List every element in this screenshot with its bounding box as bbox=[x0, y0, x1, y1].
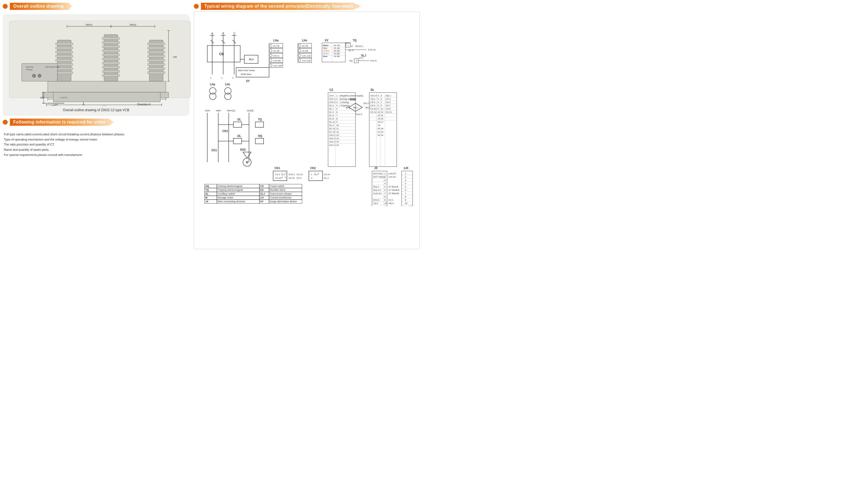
svg-text:15: 15 bbox=[336, 141, 339, 143]
svg-text:CK2-2: CK2-2 bbox=[273, 55, 280, 57]
svg-text:8: 8 bbox=[336, 118, 338, 120]
svg-text:3: 3 bbox=[318, 173, 319, 175]
svg-text:7: 7 bbox=[336, 114, 338, 117]
svg-text:13: 13 bbox=[336, 134, 339, 137]
svg-text:XY White※: XY White※ bbox=[389, 189, 399, 191]
svg-text:1JX-12※: 1JX-12※ bbox=[302, 59, 311, 62]
svg-text:CZ-16: CZ-16 bbox=[289, 177, 295, 179]
svg-rect-25 bbox=[55, 64, 73, 66]
svg-text:6: 6 bbox=[377, 101, 379, 104]
svg-text:White Blue: White Blue bbox=[241, 73, 251, 75]
svg-text:②JX-6: ②JX-6 bbox=[370, 59, 377, 62]
svg-text:⏚: ⏚ bbox=[210, 76, 212, 79]
svg-text:Opening: Opening bbox=[26, 66, 33, 68]
svg-text:CK2-3: CK2-3 bbox=[329, 137, 336, 140]
svg-text:3: 3 bbox=[405, 179, 406, 181]
svg-text:CZ-10: CZ-10 bbox=[370, 108, 377, 110]
svg-text:10: 10 bbox=[405, 202, 408, 204]
section2-bullet bbox=[3, 120, 8, 125]
svg-text:CZ-1: CZ-1 bbox=[389, 199, 393, 201]
svg-text:3: 3 bbox=[282, 176, 283, 179]
svg-text:1: 1 bbox=[405, 173, 406, 175]
svg-text:DL-11: DL-11 bbox=[329, 121, 335, 123]
svg-text:JX-5: JX-5 bbox=[359, 57, 363, 59]
svg-text:CZ-12: CZ-12 bbox=[370, 111, 377, 113]
svg-text:9: 9 bbox=[405, 199, 406, 201]
svg-text:21: 21 bbox=[377, 131, 380, 133]
svg-text:CZ-11: CZ-11 bbox=[386, 111, 392, 113]
left-panel: Overall outline drawing 340±2 340±2 bbox=[0, 0, 192, 252]
svg-text:10: 10 bbox=[336, 124, 339, 127]
svg-rect-27 bbox=[55, 72, 73, 74]
svg-text:Black Red Yellow: Black Red Yellow bbox=[238, 69, 255, 72]
svg-rect-186 bbox=[255, 138, 264, 144]
svg-rect-179 bbox=[255, 122, 264, 127]
svg-text:16: 16 bbox=[336, 144, 339, 146]
svg-point-106 bbox=[269, 44, 272, 47]
svg-text:10: 10 bbox=[384, 202, 387, 204]
svg-text:18: 18 bbox=[381, 127, 383, 130]
svg-text:JX-7※: JX-7※ bbox=[273, 45, 280, 47]
section1-title: Overall outline drawing bbox=[10, 3, 72, 10]
svg-rect-23 bbox=[55, 55, 73, 57]
svg-rect-47 bbox=[147, 72, 165, 74]
svg-text:LHa: LHa bbox=[273, 39, 278, 42]
svg-text:4: 4 bbox=[405, 182, 406, 185]
svg-text:738: 738 bbox=[173, 56, 177, 58]
svg-text:CK1: CK1 bbox=[211, 149, 217, 152]
svg-text:M: M bbox=[246, 161, 248, 164]
svg-text:5: 5 bbox=[377, 98, 379, 100]
svg-rect-40 bbox=[147, 43, 165, 45]
wiring-svg: A B C CB ⏚ ⏚ ⏚ bbox=[196, 14, 420, 206]
svg-rect-43 bbox=[147, 55, 165, 57]
svg-text:1JX: 1JX bbox=[403, 167, 409, 170]
svg-text:6: 6 bbox=[384, 189, 386, 191]
svg-text:1: 1 bbox=[336, 94, 338, 97]
svg-text:Blue: Blue bbox=[323, 55, 328, 58]
svg-point-115 bbox=[269, 59, 272, 62]
svg-text:CK2-1: CK2-1 bbox=[329, 134, 336, 137]
svg-text:Red: Red bbox=[323, 47, 327, 49]
svg-text:CK1: CK1 bbox=[274, 167, 280, 170]
svg-text:DX3: DX3 bbox=[240, 148, 246, 151]
svg-point-128 bbox=[298, 54, 301, 57]
svg-text:Yellow: Yellow bbox=[323, 50, 329, 52]
svg-text:4: 4 bbox=[336, 104, 338, 107]
svg-rect-24 bbox=[55, 59, 73, 61]
svg-text:DL-9: DL-9 bbox=[329, 124, 334, 127]
svg-text:CZ-7: CZ-7 bbox=[386, 104, 391, 107]
svg-text:4: 4 bbox=[384, 182, 386, 185]
wiring-diagram: A B C CB ⏚ ⏚ ⏚ bbox=[194, 12, 420, 249]
svg-text:5: 5 bbox=[336, 108, 338, 110]
svg-rect-175 bbox=[233, 122, 241, 127]
svg-text:⏚: ⏚ bbox=[232, 76, 234, 79]
svg-text:②JX-10: ②JX-10 bbox=[368, 49, 376, 51]
section2-title: Following information is required for or… bbox=[10, 119, 114, 126]
svg-text:1JX-11※: 1JX-11※ bbox=[302, 55, 311, 57]
svg-rect-26 bbox=[55, 68, 73, 70]
svg-text:DL-7: DL-7 bbox=[329, 108, 334, 110]
svg-text:DL: DL bbox=[371, 88, 374, 91]
svg-text:1: 1 bbox=[282, 173, 283, 175]
svg-text:LH: LH bbox=[260, 196, 264, 199]
svg-text:LHc: LHc bbox=[225, 83, 230, 86]
section2-header: Following information is required for or… bbox=[3, 119, 190, 127]
svg-text:XY Black※: XY Black※ bbox=[389, 192, 399, 195]
order-item-3: The ratio,precision and quantity of CT. bbox=[4, 142, 190, 147]
svg-text:B: B bbox=[222, 32, 224, 35]
svg-text:JX: JX bbox=[374, 167, 378, 170]
svg-text:11: 11 bbox=[336, 127, 339, 130]
svg-text:CK2: CK2 bbox=[310, 167, 316, 170]
svg-text:M: M bbox=[351, 45, 353, 48]
svg-text:1: 1 bbox=[384, 173, 386, 175]
svg-text:②JX-9: ②JX-9 bbox=[356, 113, 362, 115]
svg-text:White: White bbox=[323, 52, 329, 55]
svg-text:CK2: CK2 bbox=[222, 130, 228, 132]
svg-text:LHa-K2: LHa-K2 bbox=[389, 173, 396, 175]
svg-text:Direction A: Direction A bbox=[137, 103, 151, 106]
svg-text:JX-5※: JX-5※ bbox=[334, 55, 340, 58]
svg-text:Opening/Closing: Opening/Closing bbox=[45, 66, 59, 68]
svg-text:※SLJ-: ※SLJ- bbox=[373, 185, 380, 188]
svg-text:11: 11 bbox=[384, 205, 387, 206]
svg-text:(Negative power supply): (Negative power supply) bbox=[340, 94, 363, 97]
